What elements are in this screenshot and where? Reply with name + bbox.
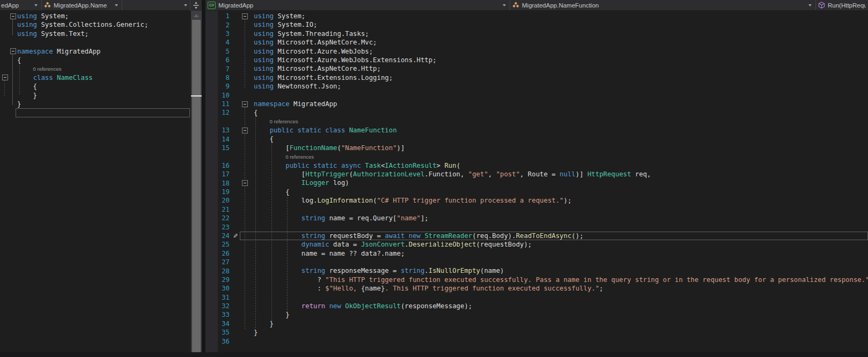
code-line[interactable]: using Microsoft.AspNetCore.Mvc; <box>251 38 377 47</box>
code-line-row: using System.Text; <box>0 29 202 38</box>
code-line[interactable]: { <box>251 108 258 117</box>
codelens-row: 0 references <box>205 117 868 126</box>
line-number: 1 <box>205 12 231 20</box>
left-type-label: MigratedApp.Name <box>54 2 112 9</box>
code-line[interactable]: public static class NameFunction <box>251 126 397 135</box>
code-line[interactable]: using Microsoft.Azure.WebJobs; <box>251 47 373 56</box>
code-line[interactable]: using Microsoft.AspNetCore.Http; <box>251 64 381 73</box>
code-line[interactable]: using Newtonsoft.Json; <box>251 82 341 91</box>
code-line[interactable]: using System; <box>251 12 305 20</box>
code-line[interactable]: } <box>251 328 258 337</box>
line-number: 15 <box>205 144 231 152</box>
code-line-row: 2using System.IO; <box>205 20 868 29</box>
left-vertical-scrollbar[interactable] <box>191 11 202 357</box>
code-line-row: 19 { <box>205 188 868 196</box>
split-window-button[interactable] <box>190 0 202 11</box>
left-member-dropdown[interactable] <box>122 0 191 10</box>
line-number: 14 <box>205 136 231 143</box>
code-line[interactable]: class NameClass <box>16 73 93 82</box>
chevron-down-icon <box>115 4 118 6</box>
line-number: 18 <box>205 180 231 187</box>
line-number: 8 <box>205 74 231 81</box>
right-project-dropdown[interactable]: C# MigratedApp <box>205 0 510 10</box>
left-type-dropdown[interactable]: MigratedApp.Name <box>42 0 122 10</box>
code-line-row: using System; <box>0 12 202 20</box>
fold-toggle[interactable] <box>10 48 16 54</box>
code-line[interactable]: [FunctionName("NameFunction")] <box>251 144 404 152</box>
code-line-row: 36 <box>205 337 868 345</box>
codelens-references[interactable]: 0 references <box>270 118 298 124</box>
code-line-row: 12{ <box>205 108 868 117</box>
code-line-row: 4using Microsoft.AspNetCore.Mvc; <box>205 38 868 47</box>
code-line[interactable]: name = name ?? data?.name; <box>251 249 404 258</box>
code-line[interactable]: string requestBody = await new StreamRea… <box>251 232 584 240</box>
code-line[interactable]: } <box>16 100 21 108</box>
right-editor-content: 1using System;2using System.IO;3using Sy… <box>205 11 868 357</box>
code-line[interactable]: { <box>16 56 21 64</box>
code-line-row: 9using Newtonsoft.Json; <box>205 82 868 91</box>
code-line[interactable]: log.LogInformation("C# HTTP trigger func… <box>251 196 571 205</box>
code-line[interactable]: ? "This HTTP triggered function executed… <box>251 276 868 284</box>
fold-toggle[interactable] <box>242 180 248 186</box>
line-number: 13 <box>205 127 231 134</box>
code-line[interactable]: public static async Task<IActionResult> … <box>251 161 460 170</box>
code-line[interactable]: using System.Collections.Generic; <box>16 20 148 29</box>
right-navigation-bar: C# MigratedApp MigratedApp.NameFunction … <box>205 0 868 11</box>
left-navigation-bar: edApp MigratedApp.Name <box>0 0 202 11</box>
code-line-row: 6using Microsoft.Azure.WebJobs.Extension… <box>205 56 868 64</box>
code-line[interactable]: [HttpTrigger(AuthorizationLevel.Function… <box>251 170 651 178</box>
code-line[interactable]: using Microsoft.Extensions.Logging; <box>251 73 393 82</box>
code-line-row: 29 ? "This HTTP triggered function execu… <box>205 276 868 284</box>
code-line[interactable]: : $"Hello, {name}. This HTTP triggered f… <box>251 284 604 293</box>
fold-toggle[interactable] <box>242 128 248 133</box>
codelens-references[interactable]: 0 references <box>33 66 62 72</box>
code-line[interactable]: } <box>251 319 274 328</box>
code-line-row: 16 public static async Task<IActionResul… <box>205 161 868 170</box>
code-line-row: 14 { <box>205 135 868 143</box>
chevron-down-icon <box>503 4 506 6</box>
right-member-dropdown[interactable]: Run(HttpRequ <box>816 0 868 10</box>
code-line[interactable]: string responseMessage = string.IsNullOr… <box>251 266 504 275</box>
scroll-up-arrow-icon[interactable] <box>194 14 199 17</box>
code-line[interactable]: } <box>16 91 37 100</box>
codelens-references[interactable]: 0 references <box>285 154 314 160</box>
code-line[interactable]: return new OkObjectResult(responseMessag… <box>251 302 472 310</box>
code-line[interactable]: using System.Text; <box>16 29 89 38</box>
code-line[interactable]: using System.Threading.Tasks; <box>251 29 369 38</box>
code-line[interactable]: ILogger log) <box>251 178 349 187</box>
code-line[interactable]: namespace MigratedApp <box>251 100 337 108</box>
code-line[interactable]: { <box>251 135 274 143</box>
right-type-dropdown[interactable]: MigratedApp.NameFunction <box>510 0 816 10</box>
code-line[interactable]: { <box>251 188 290 196</box>
code-line[interactable]: string name = req.Query["name"]; <box>251 214 429 222</box>
code-line-row: 33 } <box>205 310 868 319</box>
line-number: 22 <box>205 214 231 222</box>
code-line[interactable]: using System; <box>16 12 69 20</box>
code-line[interactable]: } <box>251 310 290 319</box>
right-project-label: MigratedApp <box>218 2 499 9</box>
code-line[interactable]: namespace MigratedApp <box>16 47 100 56</box>
caret-position-marker <box>191 95 202 96</box>
line-number: 9 <box>205 83 231 90</box>
code-line-row: 35} <box>205 328 868 337</box>
scrollbar-thumb[interactable] <box>192 20 201 353</box>
line-number: 4 <box>205 39 231 46</box>
pane-separator[interactable] <box>202 0 205 357</box>
left-project-dropdown[interactable]: edApp <box>0 0 42 10</box>
code-line[interactable]: dynamic data = JsonConvert.DeserializeOb… <box>251 240 532 249</box>
code-line-row: 17 [HttpTrigger(AuthorizationLevel.Funct… <box>205 170 868 178</box>
fold-toggle[interactable] <box>10 13 16 19</box>
fold-toggle[interactable] <box>242 13 248 19</box>
code-line-row: namespace MigratedApp <box>0 47 202 56</box>
fold-toggle[interactable] <box>2 75 8 80</box>
code-line-row <box>0 38 202 47</box>
right-editor-pane: C# MigratedApp MigratedApp.NameFunction … <box>205 0 868 357</box>
line-number: 34 <box>205 320 231 328</box>
code-line[interactable]: { <box>16 82 37 91</box>
code-line[interactable]: using Microsoft.Azure.WebJobs.Extensions… <box>251 56 437 64</box>
code-line[interactable]: using System.IO; <box>251 20 317 29</box>
code-line-row: 3using System.Threading.Tasks; <box>205 29 868 38</box>
line-number: 24 <box>205 232 231 240</box>
fold-toggle[interactable] <box>242 101 248 107</box>
code-line-row: 13 public static class NameFunction <box>205 126 868 135</box>
